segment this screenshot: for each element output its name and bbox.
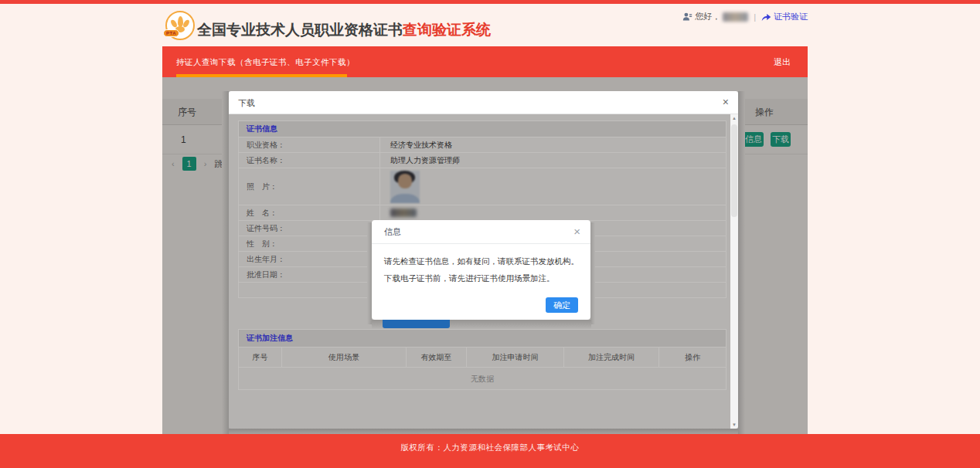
- cert-section-title: 证书信息: [239, 121, 726, 137]
- verify-link[interactable]: 证书验证: [774, 11, 808, 22]
- annot-col-header: 序号: [239, 348, 282, 367]
- user-icon: [682, 12, 692, 22]
- scroll-up-arrow[interactable]: ▲: [730, 116, 738, 120]
- cert-label: 职业资格：: [239, 137, 380, 152]
- prev-page-arrow[interactable]: ‹: [172, 159, 175, 168]
- scroll-down-arrow[interactable]: ▼: [730, 422, 738, 427]
- row-index-cell: 1: [181, 125, 186, 154]
- annot-col-header: 加注申请时间: [467, 348, 564, 367]
- modal-shadow-bottom: [229, 429, 738, 434]
- cert-label: 照 片：: [239, 168, 380, 205]
- no-data-text: 无数据: [239, 367, 726, 389]
- col-header-action: 操作: [755, 99, 774, 125]
- info-modal-close-icon[interactable]: ×: [573, 220, 580, 243]
- annot-col-header: 使用场景: [282, 348, 407, 367]
- page-1-button[interactable]: 1: [182, 157, 196, 171]
- cert-value: 经济专业技术资格: [380, 137, 726, 152]
- pta-logo: PTA: [165, 11, 195, 40]
- info-modal-title: 信息: [384, 220, 401, 244]
- separator: |: [754, 12, 756, 22]
- top-red-strip: [0, 0, 980, 4]
- share-arrow-icon: [761, 12, 771, 22]
- annot-col-header: 加注完成时间: [564, 348, 659, 367]
- logo-petal: [178, 16, 183, 27]
- scrollbar-thumb[interactable]: [731, 124, 737, 217]
- info-modal-message: 请先检查证书信息，如有疑问，请联系证书发放机构。 下载电子证书前，请先进行证书使…: [384, 253, 584, 287]
- site-title-main: 全国专业技术人员职业资格证书: [197, 22, 403, 38]
- cert-label: 姓 名：: [239, 205, 380, 220]
- cert-label: 出生年月：: [239, 252, 380, 266]
- site-title: 全国专业技术人员职业资格证书查询验证系统: [197, 20, 491, 40]
- download-modal-close-icon[interactable]: ×: [723, 91, 729, 113]
- cert-label: 证书名称：: [239, 153, 380, 168]
- logo-pta-badge: PTA: [163, 29, 179, 37]
- info-modal: 信息 × 请先检查证书信息，如有疑问，请联系证书发放机构。 下载电子证书前，请先…: [372, 220, 590, 320]
- info-modal-shadow: [590, 222, 595, 324]
- cert-label: 证件号码：: [239, 221, 380, 236]
- info-line-1: 请先检查证书信息，如有疑问，请联系证书发放机构。: [384, 253, 584, 270]
- name-redacted: [390, 209, 417, 217]
- modal-shadow-right: [738, 91, 745, 434]
- download-modal-header: 下载 ×: [229, 91, 738, 114]
- ok-button[interactable]: 确定: [546, 297, 578, 313]
- certificate-photo: [390, 171, 420, 203]
- next-page-arrow[interactable]: ›: [204, 159, 207, 168]
- footer: 版权所有：人力资源和社会保障部人事考试中心: [0, 434, 980, 468]
- annot-col-header: 有效期至: [407, 348, 467, 367]
- nav-bar: 持证人查询下载（含电子证书、电子文件下载） 退出: [162, 46, 808, 77]
- cert-label: 批准日期：: [239, 267, 380, 282]
- user-bar: 您好， | 证书验证: [682, 11, 808, 22]
- site-title-accent: 查询验证系统: [403, 22, 491, 38]
- annotation-table-header: 序号 使用场景 有效期至 加注申请时间 加注完成时间 操作: [239, 347, 726, 367]
- cert-label: 性 别：: [239, 236, 380, 251]
- info-modal-header: 信息 ×: [372, 220, 590, 244]
- cert-label-empty: [239, 283, 380, 297]
- modal-scrollbar[interactable]: ▲ ▼: [730, 114, 738, 429]
- download-button[interactable]: 下载: [771, 132, 791, 147]
- info-line-2: 下载电子证书前，请先进行证书使用场景加注。: [384, 270, 584, 287]
- annotation-section-title: 证书加注信息: [239, 330, 726, 347]
- modal-shadow-left: [222, 91, 229, 434]
- annot-col-header: 操作: [659, 348, 726, 367]
- download-modal-title: 下载: [238, 91, 255, 114]
- logout-button[interactable]: 退出: [774, 46, 791, 77]
- greeting-text: 您好，: [695, 11, 720, 22]
- tab-holder-query-download[interactable]: 持证人查询下载（含电子证书、电子文件下载）: [176, 46, 355, 77]
- col-header-index: 序号: [178, 99, 196, 125]
- cert-value: 助理人力资源管理师: [380, 153, 726, 168]
- copyright-text: 版权所有：人力资源和社会保障部人事考试中心: [401, 443, 580, 452]
- user-name-redacted: [723, 12, 748, 22]
- annotation-table: 证书加注信息 序号 使用场景 有效期至 加注申请时间 加注完成时间 操作 无数据: [238, 329, 726, 390]
